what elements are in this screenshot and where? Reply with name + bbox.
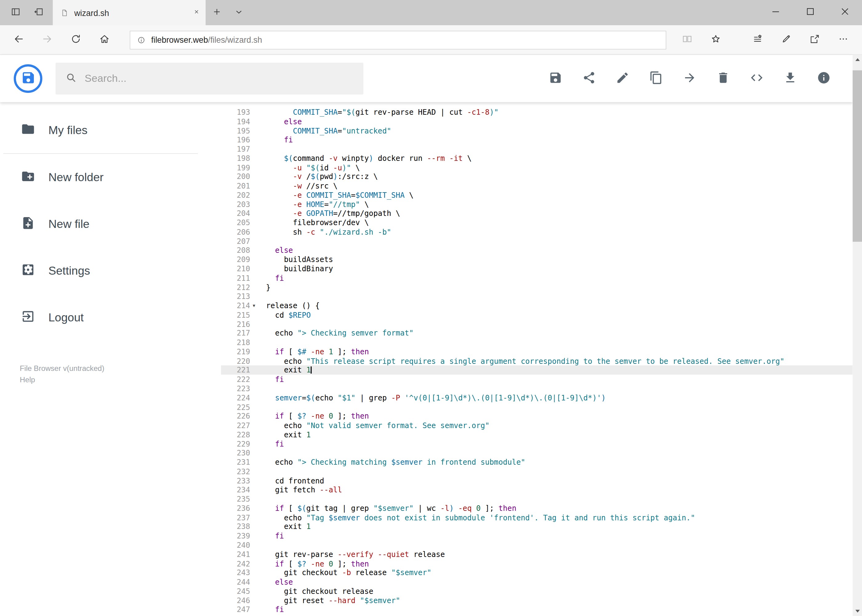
code-line[interactable]: 193 COMMIT_SHA="$(git rev-parse HEAD | c… xyxy=(221,108,853,117)
code-line[interactable]: 225 xyxy=(221,402,853,412)
browser-tab[interactable]: wizard.sh xyxy=(53,0,206,25)
code-line[interactable]: 234 git fetch --all xyxy=(221,485,853,495)
code-line[interactable]: 217 echo "> Checking semver format" xyxy=(221,329,853,338)
code-line[interactable]: 202 -e COMMIT_SHA=$COMMIT_SHA \ xyxy=(221,191,853,200)
home-button[interactable] xyxy=(90,25,119,55)
code-line[interactable]: 232 xyxy=(221,467,853,476)
code-line[interactable]: 229 fi xyxy=(221,439,853,448)
code-editor[interactable]: 193 COMMIT_SHA="$(git rev-parse HEAD | c… xyxy=(221,102,853,616)
copy-button[interactable] xyxy=(640,62,673,95)
code-line[interactable]: 236 if [ $(git tag | grep "$semver" | wc… xyxy=(221,504,853,513)
code-line[interactable]: 195 COMMIT_SHA="untracked" xyxy=(221,126,853,135)
tab-preview-chevron-button[interactable] xyxy=(228,0,250,25)
scroll-thumb[interactable] xyxy=(853,71,862,242)
sidebar-item-new-folder[interactable]: New folder xyxy=(0,154,221,201)
code-line[interactable]: 243 git checkout -b release "$semver" xyxy=(221,568,853,578)
new-tab-button[interactable] xyxy=(206,0,227,25)
share-button[interactable] xyxy=(572,62,606,95)
code-line[interactable]: 237 echo "Tag $semver does not exist in … xyxy=(221,513,853,522)
scrollbar[interactable] xyxy=(853,55,862,616)
info-button[interactable] xyxy=(807,62,840,95)
code-line[interactable]: 220 echo "This release script requires a… xyxy=(221,357,853,366)
reading-view-button[interactable] xyxy=(673,25,701,55)
hub-button[interactable] xyxy=(743,25,772,55)
set-tabs-aside-button[interactable] xyxy=(27,0,49,25)
code-line[interactable]: 197 xyxy=(221,145,853,154)
code-line[interactable]: 230 xyxy=(221,448,853,457)
code-line[interactable]: 240 xyxy=(221,541,853,550)
code-line[interactable]: 216 xyxy=(221,319,853,329)
code-line[interactable]: 231 echo "> Checking matching $semver in… xyxy=(221,457,853,467)
code-line[interactable]: 247 fi xyxy=(221,605,853,614)
sidebar-item-logout[interactable]: Logout xyxy=(0,294,221,341)
code-line[interactable]: 204 -e GOPATH=//tmp/gopath \ xyxy=(221,209,853,218)
rename-button[interactable] xyxy=(606,62,640,95)
annotate-button[interactable] xyxy=(772,25,801,55)
code-line[interactable]: 206 sh -c "./wizard.sh -b" xyxy=(221,227,853,236)
code-line[interactable]: 209 buildAssets xyxy=(221,255,853,264)
code-line[interactable]: 227 echo "Not valid semver format. See s… xyxy=(221,421,853,430)
delete-button[interactable] xyxy=(706,62,740,95)
code-line[interactable]: 224 semver=$(echo "$1" | grep -P '^v(0|[… xyxy=(221,393,853,402)
app-logo[interactable] xyxy=(14,64,43,93)
download-button[interactable] xyxy=(773,62,807,95)
sidebar-item-settings[interactable]: Settings xyxy=(0,247,221,294)
maximize-button[interactable] xyxy=(793,0,827,25)
code-line[interactable]: 226 if [ $? -ne 0 ]; then xyxy=(221,412,853,421)
sidebar-item-new-file[interactable]: New file xyxy=(0,201,221,247)
raw-code-button[interactable] xyxy=(740,62,773,95)
code-line[interactable]: 218 xyxy=(221,338,853,347)
code-line[interactable]: 213 xyxy=(221,292,853,301)
code-line[interactable]: 210 buildBinary xyxy=(221,264,853,273)
code-line[interactable]: 228 exit 1 xyxy=(221,430,853,439)
save-button[interactable] xyxy=(539,62,572,95)
code-line[interactable]: 233 cd frontend xyxy=(221,476,853,485)
code-line[interactable]: 212} xyxy=(221,283,853,292)
code-line[interactable]: 201 -w //src \ xyxy=(221,181,853,191)
code-line[interactable]: 211 fi xyxy=(221,273,853,283)
tab-close-button[interactable] xyxy=(193,8,200,17)
search-input[interactable] xyxy=(85,72,354,85)
address-bar[interactable]: filebrowser.web/files/wizard.sh xyxy=(130,30,666,49)
search-box[interactable] xyxy=(55,63,363,95)
back-button[interactable] xyxy=(4,25,33,55)
refresh-button[interactable] xyxy=(61,25,90,55)
code-line[interactable]: 244 else xyxy=(221,578,853,587)
code-line[interactable]: 221 exit 1 xyxy=(221,366,853,375)
code-line[interactable]: 207 xyxy=(221,236,853,246)
code-line[interactable]: 235 xyxy=(221,495,853,504)
share-page-button[interactable] xyxy=(801,25,829,55)
code-line[interactable]: 245 git checkout release xyxy=(221,586,853,596)
more-options-button[interactable] xyxy=(829,25,858,55)
scroll-down-button[interactable] xyxy=(853,607,862,616)
favorite-star-button[interactable] xyxy=(701,25,730,55)
code-line[interactable]: 215 cd $REPO xyxy=(221,310,853,319)
close-window-button[interactable] xyxy=(827,0,862,25)
code-line[interactable]: 205 filebrowser/dev \ xyxy=(221,218,853,228)
code-line[interactable]: 222 fi xyxy=(221,375,853,384)
code-line[interactable]: 241 git rev-parse --verify --quiet relea… xyxy=(221,550,853,559)
code-line[interactable]: 219 if [ $# -ne 1 ]; then xyxy=(221,347,853,357)
code-line[interactable]: 199 -u "$(id -u)" \ xyxy=(221,163,853,172)
fold-marker-icon[interactable]: ▾ xyxy=(250,301,258,310)
code-line[interactable]: 196 fi xyxy=(221,135,853,145)
move-button[interactable] xyxy=(673,62,706,95)
code-line[interactable]: 223 xyxy=(221,384,853,393)
code-line[interactable]: 203 -e HOME="//tmp" \ xyxy=(221,200,853,209)
forward-button[interactable] xyxy=(33,25,61,55)
scroll-up-button[interactable] xyxy=(853,55,862,64)
site-info-icon[interactable] xyxy=(137,35,146,44)
code-line[interactable]: 200 -v /$(pwd):/src:z \ xyxy=(221,172,853,181)
minimize-button[interactable] xyxy=(758,0,793,25)
code-line[interactable]: 246 git reset --hard "$semver" xyxy=(221,596,853,605)
code-line[interactable]: 208 else xyxy=(221,246,853,255)
code-line[interactable]: 214▾release () { xyxy=(221,301,853,310)
tabs-aside-button[interactable] xyxy=(4,0,26,25)
code-line[interactable]: 194 else xyxy=(221,117,853,126)
sidebar-item-my-files[interactable]: My files xyxy=(0,107,221,154)
code-line[interactable]: 239 fi xyxy=(221,531,853,541)
help-link[interactable]: Help xyxy=(20,374,221,386)
code-line[interactable]: 198 $(command -v winpty) docker run --rm… xyxy=(221,154,853,163)
code-line[interactable]: 238 exit 1 xyxy=(221,522,853,531)
code-line[interactable]: 242 if [ $? -ne 0 ]; then xyxy=(221,559,853,568)
